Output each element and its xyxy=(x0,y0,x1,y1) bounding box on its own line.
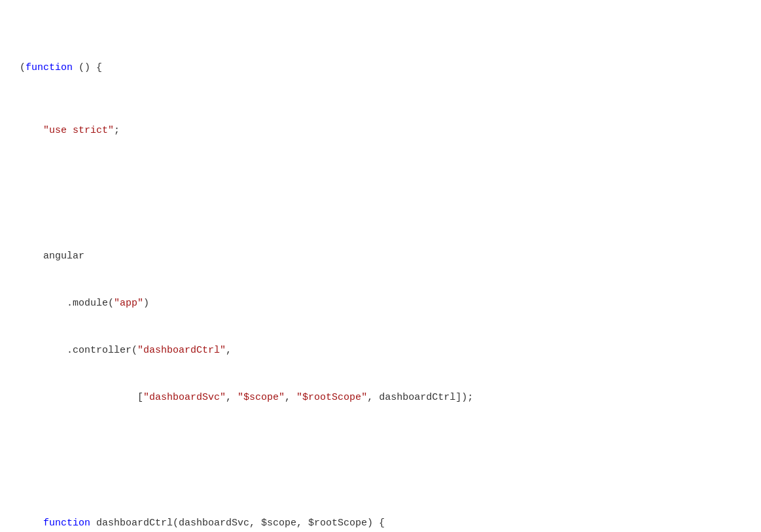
code-content: (function () { "use strict"; angular .mo… xyxy=(20,13,741,532)
code-line-5: .controller("dashboardCtrl", xyxy=(20,343,741,359)
code-line-1: (function () { xyxy=(20,60,741,76)
code-line-6: ["dashboardSvc", "$scope", "$rootScope",… xyxy=(20,390,741,406)
code-line-7: function dashboardCtrl(dashboardSvc, $sc… xyxy=(20,516,741,531)
code-line-4: .module("app") xyxy=(20,296,741,311)
code-editor: (function () { "use strict"; angular .mo… xyxy=(0,0,761,532)
code-line-2: "use strict"; xyxy=(20,123,741,139)
code-line-3: angular xyxy=(20,249,741,264)
code-line-blank1 xyxy=(20,186,741,202)
code-line-blank2 xyxy=(20,453,741,469)
